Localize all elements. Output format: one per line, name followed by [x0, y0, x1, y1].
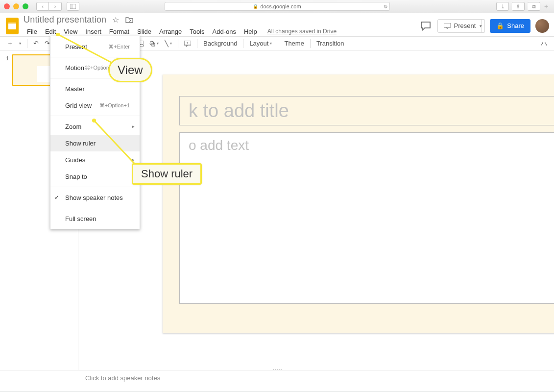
label: Show ruler: [65, 140, 96, 147]
background-button[interactable]: Background: [200, 38, 240, 49]
address-bar[interactable]: 🔒 docs.google.com ↻: [165, 2, 390, 11]
layout-button[interactable]: Layout: [246, 38, 275, 49]
menu-item-master[interactable]: Master: [50, 80, 140, 97]
shortcut: ⌘+Enter: [108, 44, 130, 50]
label: Present: [65, 43, 87, 50]
menu-item-present[interactable]: Present ⌘+Enter: [50, 38, 140, 55]
label: Zoom: [65, 123, 81, 130]
notes-resize-handle[interactable]: [270, 369, 285, 372]
tabs-button[interactable]: ⧉: [528, 2, 540, 11]
lock-icon: 🔒: [253, 4, 258, 9]
separator: [310, 39, 311, 48]
menu-item-full-screen[interactable]: Full screen: [50, 210, 140, 227]
present-icon: [444, 23, 451, 29]
label: Show speaker notes: [65, 194, 123, 201]
sidebar-toggle-button[interactable]: [67, 2, 79, 11]
svg-rect-0: [70, 4, 76, 9]
annotation-view-callout: View: [108, 58, 152, 82]
menu-item-zoom[interactable]: Zoom ▸: [50, 118, 140, 135]
menu-help[interactable]: Help: [241, 26, 261, 37]
menu-item-show-ruler[interactable]: Show ruler: [50, 135, 140, 151]
menu-arrange[interactable]: Arrange: [156, 26, 185, 37]
forward-button[interactable]: ›: [49, 2, 62, 11]
annotation-show-ruler-callout: Show ruler: [132, 163, 202, 185]
lock-icon: 🔒: [496, 22, 504, 29]
minimize-window-icon[interactable]: [13, 3, 19, 9]
svg-rect-5: [444, 23, 451, 27]
reload-icon[interactable]: ↻: [384, 4, 387, 9]
browser-nav: ‹ ›: [36, 2, 62, 11]
new-slide-dropdown[interactable]: ▾: [16, 38, 24, 49]
collapse-toolbar-button[interactable]: ハ: [538, 38, 550, 49]
title-placeholder[interactable]: k to add title: [179, 96, 554, 125]
share-browser-button[interactable]: ⇪: [512, 2, 525, 11]
submenu-arrow-icon: ▸: [132, 157, 135, 162]
check-icon: ✓: [54, 194, 59, 201]
separator: [50, 208, 140, 208]
label: Guides: [65, 156, 85, 164]
maximize-window-icon[interactable]: [23, 3, 28, 9]
label: Grid view: [65, 102, 92, 109]
back-button[interactable]: ‹: [36, 2, 49, 11]
title-placeholder-text: k to add title: [189, 100, 289, 122]
separator: [27, 39, 27, 48]
menu-item-snap-to[interactable]: Snap to ▸: [50, 168, 140, 185]
notes-placeholder: Click to add speaker notes: [85, 374, 160, 382]
menu-item-speaker-notes[interactable]: ✓ Show speaker notes: [50, 189, 140, 206]
slide-canvas-area[interactable]: k to add title o add text: [78, 50, 554, 370]
line-button[interactable]: ╲: [162, 38, 175, 49]
comment-button[interactable]: +: [181, 38, 194, 49]
label: Snap to: [65, 173, 87, 180]
shortcut: ⌘+Option+1: [99, 102, 130, 109]
submenu-arrow-icon: ▸: [132, 124, 135, 129]
menu-item-guides[interactable]: Guides ▸: [50, 151, 140, 168]
share-button[interactable]: 🔒 Share: [490, 19, 530, 33]
macos-titlebar: ‹ › 🔒 docs.google.com ↻ ⤓ ⇪ ⧉ +: [0, 0, 554, 13]
separator: [243, 39, 243, 48]
separator: [50, 187, 140, 187]
separator: [197, 39, 197, 48]
document-title[interactable]: Untitled presentation: [24, 15, 106, 25]
menu-tools[interactable]: Tools: [186, 26, 208, 37]
svg-rect-4: [8, 23, 16, 24]
new-tab-button[interactable]: +: [542, 0, 550, 13]
menu-file[interactable]: File: [24, 26, 41, 37]
url-text: docs.google.com: [260, 3, 301, 9]
label: Motion: [65, 64, 84, 72]
undo-button[interactable]: ↶: [30, 38, 42, 49]
separator: [50, 57, 140, 57]
present-dropdown-button[interactable]: ▾: [477, 19, 485, 33]
downloads-button[interactable]: ⤓: [496, 2, 509, 11]
present-button[interactable]: Present: [437, 19, 482, 33]
transition-button[interactable]: Transition: [313, 38, 347, 49]
label: Full screen: [65, 215, 96, 222]
shape-button[interactable]: [146, 38, 162, 49]
present-label: Present: [454, 22, 476, 29]
label: Master: [65, 85, 85, 93]
theme-button[interactable]: Theme: [281, 38, 307, 49]
move-to-folder-icon[interactable]: [125, 15, 134, 24]
slide: k to add title o add text: [163, 74, 554, 333]
account-avatar[interactable]: [535, 19, 549, 33]
separator: [278, 39, 278, 48]
separator: [50, 116, 140, 116]
body-placeholder[interactable]: o add text: [179, 132, 554, 304]
drive-save-status[interactable]: All changes saved in Drive: [267, 28, 337, 35]
svg-text:+: +: [186, 41, 189, 45]
window-traffic-lights: [4, 3, 28, 9]
star-icon[interactable]: ☆: [111, 15, 120, 24]
share-label: Share: [507, 22, 524, 29]
menu-addons[interactable]: Add-ons: [209, 26, 240, 37]
new-slide-button[interactable]: ＋: [4, 38, 16, 49]
slides-logo-icon[interactable]: [5, 17, 20, 35]
docs-header: Untitled presentation ☆ File Edit View I…: [0, 13, 554, 36]
close-window-icon[interactable]: [4, 3, 10, 9]
comments-icon[interactable]: [419, 19, 433, 33]
body-placeholder-text: o add text: [189, 138, 249, 153]
separator: [178, 39, 178, 48]
menu-item-grid-view[interactable]: Grid view ⌘+Option+1: [50, 97, 140, 114]
slide-number: 1: [6, 55, 9, 61]
speaker-notes-pane[interactable]: Click to add speaker notes: [0, 370, 554, 392]
